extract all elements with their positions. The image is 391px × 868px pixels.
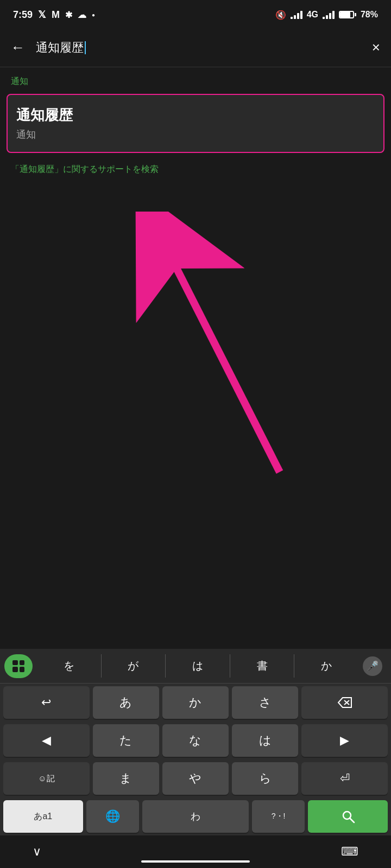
key-row-4: あa1 🌐 わ ?・! <box>0 797 391 835</box>
key-enter-label: ⏎ <box>340 771 350 786</box>
key-enter[interactable]: ⏎ <box>301 762 388 795</box>
status-right: 🔇 4G 78% <box>275 10 378 20</box>
key-shift-label: あa1 <box>34 811 52 822</box>
search-icon <box>340 809 356 824</box>
key-left-label: ◀ <box>42 733 51 748</box>
keyboard-area[interactable]: を が は 書 か 🎤 ↩ あ か さ ◀ た な は ▶ ☺記 <box>0 649 391 835</box>
key-emoji-label: ☺記 <box>38 774 54 784</box>
status-left: 7:59 𝕏 M ✱ ☁ ● <box>13 9 95 21</box>
bottom-nav: ∨ ⌨ <box>0 835 391 868</box>
mic-button[interactable]: 🎤 <box>358 654 387 678</box>
x-icon: 𝕏 <box>38 9 46 21</box>
key-ta-label: た <box>119 732 132 749</box>
key-ha-label: は <box>259 732 272 749</box>
key-return[interactable]: ↩ <box>3 686 90 719</box>
key-ra-label: ら <box>259 770 272 787</box>
suggestion-ga[interactable]: が <box>102 654 166 678</box>
key-ra[interactable]: ら <box>232 762 298 795</box>
network-type: 4G <box>307 10 318 20</box>
dot-icon: ● <box>92 12 95 18</box>
key-a[interactable]: あ <box>93 686 159 719</box>
key-space[interactable]: わ <box>142 800 248 833</box>
key-a-label: あ <box>119 694 132 711</box>
section-header: 通知 <box>0 67 391 92</box>
key-right-label: ▶ <box>340 733 349 748</box>
key-row-2: ◀ た な は ▶ <box>0 722 391 760</box>
key-na-label: な <box>189 732 201 749</box>
suggestion-list: を が は 書 か <box>37 654 358 678</box>
suggestion-ha[interactable]: は <box>166 654 230 678</box>
home-indicator <box>141 860 250 863</box>
mute-icon: 🔇 <box>275 10 286 20</box>
result-subtitle: 通知 <box>16 128 375 141</box>
arrow-annotation <box>0 212 391 494</box>
key-shift[interactable]: あa1 <box>3 800 83 833</box>
clear-button[interactable]: × <box>370 37 382 58</box>
suggestion-wo[interactable]: を <box>37 654 102 678</box>
battery-percent: 78% <box>361 10 378 20</box>
suggestions-row: を が は 書 か 🎤 <box>0 649 391 684</box>
key-punct[interactable]: ?・! <box>252 800 305 833</box>
support-search-text: 「通知履歴」に関するサポートを検索 <box>11 164 159 175</box>
key-return-label: ↩ <box>41 695 51 710</box>
signal-strength <box>291 10 302 19</box>
key-ya-label: や <box>189 770 201 787</box>
search-input-area[interactable]: 通知履歴 <box>36 40 361 56</box>
key-row-1: ↩ あ か さ <box>0 684 391 722</box>
chevron-down-button[interactable]: ∨ <box>33 845 41 859</box>
cloud-icon: ☁ <box>78 10 86 20</box>
grid-icon <box>12 660 24 672</box>
mic-icon: 🎤 <box>363 656 382 676</box>
key-sa[interactable]: さ <box>232 686 298 719</box>
result-title: 通知履歴 <box>16 106 375 125</box>
back-button[interactable]: ← <box>9 37 27 58</box>
status-bar: 7:59 𝕏 M ✱ ☁ ● 🔇 4G 78% <box>0 0 391 28</box>
support-search-link[interactable]: 「通知履歴」に関するサポートを検索 <box>0 155 391 184</box>
search-bar: ← 通知履歴 × <box>0 28 391 67</box>
signal-strength-2 <box>323 10 335 19</box>
gmail-icon: M <box>52 9 60 21</box>
key-ma[interactable]: ま <box>93 762 159 795</box>
key-ha[interactable]: は <box>232 724 298 757</box>
cursor <box>85 41 86 54</box>
key-ka[interactable]: か <box>162 686 229 719</box>
backspace-icon <box>337 697 352 709</box>
key-search[interactable] <box>308 800 388 833</box>
key-punct-label: ?・! <box>272 812 286 821</box>
key-ka-label: か <box>189 694 201 711</box>
key-na[interactable]: な <box>162 724 229 757</box>
svg-line-1 <box>163 241 280 472</box>
search-query: 通知履歴 <box>36 40 84 56</box>
key-sa-label: さ <box>259 694 272 711</box>
key-lang-label: 🌐 <box>105 809 120 824</box>
suggestion-kaku[interactable]: 書 <box>230 654 295 678</box>
result-item-highlighted[interactable]: 通知履歴 通知 <box>7 94 384 153</box>
key-row-3: ☺記 ま や ら ⏎ <box>0 760 391 797</box>
key-lang[interactable]: 🌐 <box>86 800 140 833</box>
svg-line-5 <box>350 818 354 822</box>
key-emoji[interactable]: ☺記 <box>3 762 90 795</box>
key-left[interactable]: ◀ <box>3 724 90 757</box>
time-display: 7:59 <box>13 9 33 21</box>
key-ya[interactable]: や <box>162 762 229 795</box>
key-space-label: わ <box>191 810 200 823</box>
key-right[interactable]: ▶ <box>301 724 388 757</box>
battery-indicator <box>339 11 356 18</box>
grid-button[interactable] <box>4 654 33 678</box>
key-ma-label: ま <box>119 770 132 787</box>
klutch-icon: ✱ <box>65 10 72 20</box>
keyboard-hide-button[interactable]: ⌨ <box>341 845 358 859</box>
suggestion-ka[interactable]: か <box>294 654 358 678</box>
key-backspace[interactable] <box>301 686 388 719</box>
key-ta[interactable]: た <box>93 724 159 757</box>
